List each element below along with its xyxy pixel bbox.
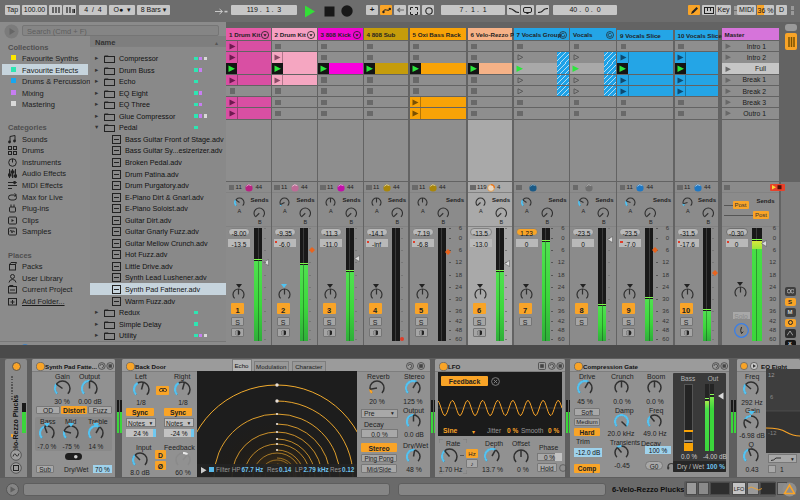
svg-text:12: 12 bbox=[768, 372, 774, 378]
svg-text:6: 6 bbox=[770, 394, 773, 400]
svg-text:-12: -12 bbox=[768, 430, 776, 436]
